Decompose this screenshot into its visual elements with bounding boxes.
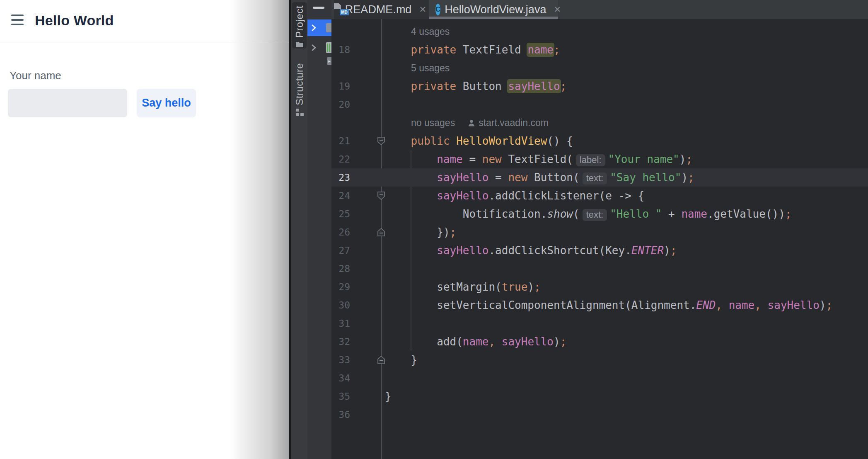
line-number: 32 [331, 333, 350, 351]
tool-window-button-project[interactable]: Project [292, 2, 307, 49]
inlay-hint-line[interactable]: 5 usages [331, 59, 868, 77]
code-text: setMargin(true); [385, 278, 541, 296]
hamburger-menu-icon[interactable] [11, 14, 24, 26]
line-number: 30 [331, 296, 350, 314]
code-line-26[interactable]: 26 }); [331, 223, 868, 241]
line-number: 29 [331, 278, 350, 296]
close-tab-icon[interactable]: ✕ [416, 5, 429, 15]
fold-marker-icon[interactable] [377, 227, 386, 239]
code-text: sayHello.addClickListener(e -> { [385, 187, 644, 205]
code-text: } [385, 351, 417, 369]
code-text: sayHello = new Button(text:"Say hello"); [385, 168, 694, 187]
name-field-label: Your name [10, 69, 61, 82]
line-number: 27 [331, 241, 350, 260]
code-text: sayHello.addClickShortcut(Key.ENTER); [385, 241, 677, 260]
line-number: 22 [331, 150, 350, 168]
parameter-hint-chip: label: [576, 154, 605, 166]
code-line-32[interactable]: 32 add(name, sayHello); [331, 333, 868, 351]
line-number: 20 [331, 95, 350, 114]
folder-icon [295, 41, 304, 49]
tree-row[interactable] [307, 39, 331, 56]
code-line-18[interactable]: 18 private TextField name; [331, 41, 868, 59]
fold-marker-icon[interactable] [377, 191, 386, 202]
code-line-23[interactable]: 23 sayHello = new Button(text:"Say hello… [331, 168, 868, 187]
module-icon [326, 42, 331, 53]
code-line-21[interactable]: 21 public HelloWorldView() { [331, 132, 868, 150]
inlay-hint-line[interactable]: no usages start.vaadin.com [331, 114, 868, 132]
code-line-29[interactable]: 29 setMargin(true); [331, 278, 868, 296]
code-line-19[interactable]: 19 private Button sayHello; [331, 77, 868, 95]
fold-marker-icon[interactable] [377, 355, 386, 367]
say-hello-button[interactable]: Say hello [137, 89, 196, 117]
java-class-icon: C [435, 4, 440, 15]
code-line-27[interactable]: 27 sayHello.addClickShortcut(Key.ENTER); [331, 241, 868, 260]
code-line-28[interactable]: 28 [331, 260, 868, 278]
code-line-35[interactable]: 35} [331, 387, 868, 406]
app-header: Hello World [0, 0, 289, 43]
line-number: 28 [331, 260, 350, 278]
hide-panel-icon[interactable] [313, 7, 324, 9]
line-number: 34 [331, 369, 350, 387]
code-line-24[interactable]: 24 sayHello.addClickListener(e -> { [331, 187, 868, 205]
tree-row[interactable]: ▸ [307, 55, 331, 72]
close-tab-icon[interactable]: ✕ [551, 5, 563, 15]
code-text: public HelloWorldView() { [385, 132, 573, 150]
code-text: add(name, sayHello); [385, 333, 566, 351]
code-text: setVerticalComponentAlignment(Alignment.… [385, 296, 832, 314]
code-text: name = new TextField(label:"Your name"); [385, 150, 692, 168]
line-number: 33 [331, 351, 350, 369]
code-line-25[interactable]: 25 Notification.show(text:"Hello " + nam… [331, 205, 868, 223]
tree-row-selected[interactable] [307, 19, 331, 36]
code-line-22[interactable]: 22 name = new TextField(label:"Your name… [331, 150, 868, 168]
inlay-hint-line[interactable]: 4 usages [331, 22, 868, 41]
markdown-file-icon: MD [340, 3, 341, 16]
name-input[interactable] [8, 89, 127, 117]
file-icon: ▸ [327, 57, 331, 65]
tab-readme-md[interactable]: MD README.md ✕ [334, 0, 429, 19]
tool-window-button-structure[interactable]: Structure [292, 63, 307, 123]
screenshot-stage: Hello World Your name Say hello Project … [0, 0, 868, 459]
usages-hint-text: no usages start.vaadin.com [411, 114, 549, 132]
code-text: private Button sayHello; [385, 77, 566, 95]
usages-hint-text: 4 usages [411, 22, 450, 41]
code-line-36[interactable]: 36 [331, 406, 868, 424]
vaadin-app-panel: Hello World Your name Say hello [0, 0, 289, 459]
code-text: private TextField name; [385, 41, 560, 59]
project-tree-panel: ▸ [307, 0, 331, 459]
code-line-30[interactable]: 30 setVerticalComponentAlignment(Alignme… [331, 296, 868, 314]
folder-icon [326, 23, 331, 32]
line-number: 19 [331, 77, 350, 95]
code-line-20[interactable]: 20 [331, 95, 868, 114]
parameter-hint-chip: text: [583, 209, 607, 221]
parameter-hint-chip: text: [583, 172, 607, 185]
app-title: Hello World [35, 12, 114, 29]
line-number: 35 [331, 387, 350, 406]
line-number: 24 [331, 187, 350, 205]
chevron-right-icon[interactable] [311, 24, 317, 34]
fold-marker-icon[interactable] [377, 136, 386, 148]
line-number: 18 [331, 41, 350, 59]
code-text: } [385, 387, 392, 406]
line-number: 36 [331, 406, 350, 424]
code-text: }); [385, 223, 456, 241]
ide-tool-strip: Project Structure [291, 0, 307, 459]
line-number: 21 [331, 132, 350, 150]
code-line-34[interactable]: 34 [331, 369, 868, 387]
editor-rows: 4 usages18 private TextField name;5 usag… [331, 22, 868, 424]
line-number: 23 [331, 168, 350, 187]
line-number: 31 [331, 314, 350, 333]
line-number: 25 [331, 205, 350, 223]
code-editor[interactable]: 4 usages18 private TextField name;5 usag… [331, 19, 868, 459]
chevron-right-icon[interactable] [311, 44, 317, 53]
line-number: 26 [331, 223, 350, 241]
editor-tab-bar: MD README.md ✕ C HelloWorldView.java ✕ [331, 0, 868, 19]
code-line-31[interactable]: 31 [331, 314, 868, 333]
usages-hint-text: 5 usages [411, 59, 450, 77]
code-text: Notification.show(text:"Hello " + name.g… [385, 205, 792, 223]
code-line-33[interactable]: 33 } [331, 351, 868, 369]
structure-icon [295, 109, 304, 118]
